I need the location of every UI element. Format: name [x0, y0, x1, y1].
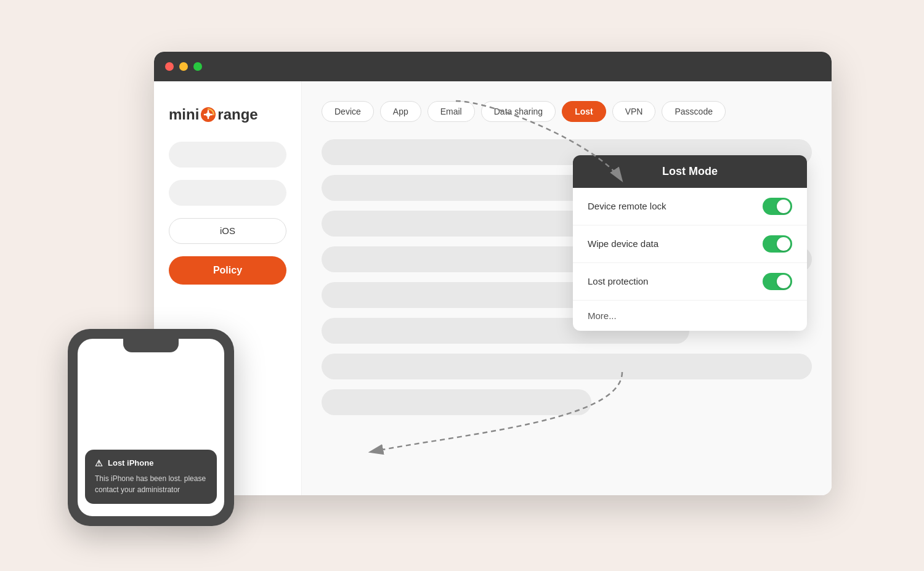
popup-row-more: More...	[573, 301, 807, 331]
popup-title: Lost Mode	[662, 165, 718, 177]
tab-app[interactable]: App	[380, 101, 421, 122]
main-panel: Device App Email Data sharing Lost VPN P…	[302, 81, 832, 495]
lost-mode-popup: Lost Mode Device remote lock	[573, 155, 807, 331]
toggle-remote-lock[interactable]	[763, 198, 792, 215]
warning-icon: ⚠	[95, 458, 103, 468]
logo-area: mini range	[169, 106, 286, 123]
popup-body: Device remote lock Wipe device data	[573, 188, 807, 331]
notification-title: Lost iPhone	[108, 458, 153, 468]
notification-title-row: ⚠ Lost iPhone	[95, 458, 207, 468]
policy-button[interactable]: Policy	[169, 256, 286, 285]
sidebar-input-2[interactable]	[169, 180, 286, 206]
popup-label-wipe: Wipe device data	[588, 238, 659, 249]
svg-point-1	[206, 112, 211, 116]
logo-icon	[200, 107, 216, 123]
notification-body: This iPhone has been lost. please contac…	[95, 473, 207, 495]
browser-content: mini range	[154, 81, 832, 495]
popup-row-wipe: Wipe device data	[573, 225, 807, 263]
toggle-wipe[interactable]	[763, 235, 792, 253]
skeleton-row-2	[322, 175, 591, 201]
phone-notch	[123, 339, 179, 352]
browser-window: mini range	[154, 52, 832, 495]
popup-label-lost-protection: Lost protection	[588, 276, 648, 286]
maximize-button-icon[interactable]	[193, 62, 202, 71]
phone-screen: ⚠ Lost iPhone This iPhone has been lost.…	[78, 339, 224, 516]
popup-label-remote-lock: Device remote lock	[588, 201, 667, 211]
sidebar-select-value: iOS	[220, 225, 235, 236]
tab-email[interactable]: Email	[428, 101, 475, 122]
sidebar-input-1[interactable]	[169, 142, 286, 168]
phone-notification: ⚠ Lost iPhone This iPhone has been lost.…	[85, 450, 217, 504]
skeleton-row-7	[322, 354, 812, 379]
tab-bar: Device App Email Data sharing Lost VPN P…	[322, 101, 812, 122]
tab-lost[interactable]: Lost	[562, 101, 606, 122]
sidebar-os-select[interactable]: iOS	[169, 218, 286, 244]
tab-passcode[interactable]: Passcode	[662, 101, 725, 122]
toggle-lost-protection[interactable]	[763, 273, 792, 290]
phone-mockup: ⚠ Lost iPhone This iPhone has been lost.…	[68, 329, 234, 526]
skeleton-row-5	[322, 282, 591, 308]
logo-text-range: range	[217, 106, 257, 123]
tab-vpn[interactable]: VPN	[612, 101, 656, 122]
logo: mini range	[169, 106, 286, 123]
popup-label-more: More...	[588, 310, 617, 321]
tab-device[interactable]: Device	[322, 101, 374, 122]
tab-data-sharing[interactable]: Data sharing	[481, 101, 556, 122]
logo-text-mini: mini	[169, 106, 199, 123]
popup-row-remote-lock: Device remote lock	[573, 188, 807, 225]
skeleton-row-8	[322, 389, 591, 415]
browser-titlebar	[154, 52, 832, 81]
popup-header: Lost Mode	[573, 155, 807, 188]
close-button-icon[interactable]	[165, 62, 174, 71]
popup-row-lost-protection: Lost protection	[573, 263, 807, 301]
scene: mini range	[68, 33, 856, 538]
minimize-button-icon[interactable]	[179, 62, 188, 71]
